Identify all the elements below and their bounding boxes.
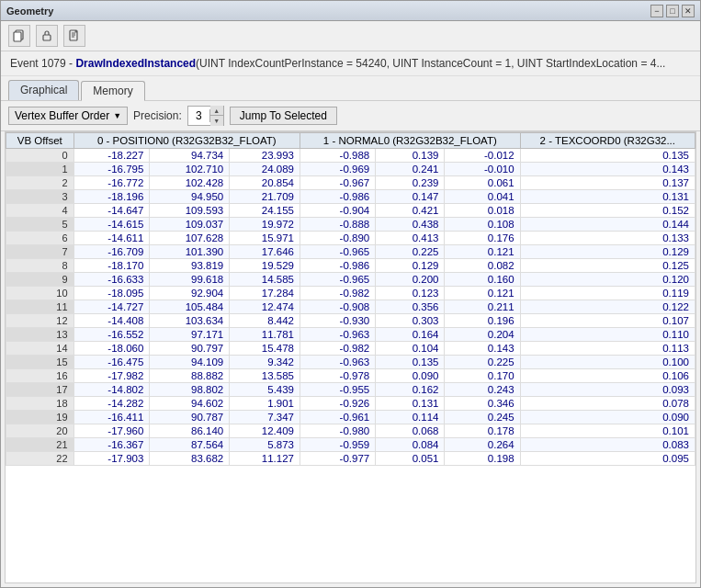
close-button[interactable]: ✕ <box>682 5 695 17</box>
cell-value: 0.090 <box>376 369 445 383</box>
row-index: 13 <box>6 328 74 342</box>
cell-value: 20.854 <box>230 176 300 190</box>
cell-value: 0.176 <box>445 232 520 245</box>
table-row[interactable]: 15-16.47594.1099.342-0.9630.1350.2250.10… <box>6 356 695 369</box>
table-row[interactable]: 19-16.41190.7877.347-0.9610.1140.2450.09… <box>6 411 695 424</box>
cell-value: -17.903 <box>73 452 150 466</box>
table-row[interactable]: 21-16.36787.5645.873-0.9590.0840.2640.08… <box>6 438 695 452</box>
table-row[interactable]: 12-14.408103.6348.442-0.9300.3030.1960.1… <box>6 314 695 328</box>
row-index: 7 <box>6 245 74 259</box>
row-index: 11 <box>6 300 74 314</box>
cell-value: 19.529 <box>230 259 300 273</box>
cell-value: 0.162 <box>376 383 445 397</box>
cell-value: 97.171 <box>150 328 230 342</box>
cell-value: -18.170 <box>73 259 150 273</box>
table-row[interactable]: 22-17.90383.68211.127-0.9770.0510.1980.0… <box>6 452 695 466</box>
cell-value: 0.225 <box>376 245 445 259</box>
cell-value: 0.137 <box>520 176 695 190</box>
row-index: 2 <box>6 176 74 190</box>
table-row[interactable]: 10-18.09592.90417.284-0.9820.1230.1210.1… <box>6 287 695 300</box>
row-index: 16 <box>6 369 74 383</box>
vertex-buffer-order-dropdown[interactable]: Vertex Buffer Order ▼ <box>8 107 128 125</box>
cell-value: 0.119 <box>520 287 695 300</box>
table-row[interactable]: 1-16.795102.71024.089-0.9690.241-0.0100.… <box>6 163 695 176</box>
doc-icon-button[interactable] <box>63 25 85 47</box>
row-index: 10 <box>6 287 74 300</box>
row-index: 14 <box>6 342 74 356</box>
cell-value: 0.095 <box>520 452 695 466</box>
spin-down-button[interactable]: ▼ <box>210 116 223 126</box>
cell-value: 0.101 <box>520 424 695 438</box>
cell-value: 0.303 <box>376 314 445 328</box>
dropdown-label: Vertex Buffer Order <box>15 109 109 122</box>
cell-value: 15.478 <box>230 342 300 356</box>
cell-value: 0.144 <box>520 218 695 232</box>
tab-graphical[interactable]: Graphical <box>8 80 79 100</box>
table-row[interactable]: 5-14.615109.03719.972-0.8880.4380.1080.1… <box>6 218 695 232</box>
cell-value: 0.147 <box>376 190 445 204</box>
cell-value: 88.882 <box>150 369 230 383</box>
cell-value: 13.585 <box>230 369 300 383</box>
cell-value: 0.225 <box>445 356 520 369</box>
table-row[interactable]: 7-16.709101.39017.646-0.9650.2250.1210.1… <box>6 245 695 259</box>
cell-value: 17.284 <box>230 287 300 300</box>
cell-value: 0.143 <box>445 342 520 356</box>
vertex-data-table: VB Offset 0 - POSITION0 (R32G32B32_FLOAT… <box>6 132 695 466</box>
cell-value: 0.120 <box>520 273 695 287</box>
lock-icon-button[interactable] <box>36 25 58 47</box>
svg-rect-2 <box>43 35 51 40</box>
cell-value: -0.012 <box>445 149 520 163</box>
table-row[interactable]: 14-18.06090.79715.478-0.9820.1040.1430.1… <box>6 342 695 356</box>
row-index: 6 <box>6 232 74 245</box>
cell-value: 0.133 <box>520 232 695 245</box>
table-row[interactable]: 16-17.98288.88213.585-0.9780.0900.1700.1… <box>6 369 695 383</box>
cell-value: 0.061 <box>445 176 520 190</box>
table-row[interactable]: 9-16.63399.61814.585-0.9650.2000.1600.12… <box>6 273 695 287</box>
table-row[interactable]: 6-14.611107.62815.971-0.8900.4130.1760.1… <box>6 232 695 245</box>
row-index: 20 <box>6 424 74 438</box>
table-row[interactable]: 2-16.772102.42820.854-0.9670.2390.0610.1… <box>6 176 695 190</box>
window-title: Geometry <box>6 6 53 17</box>
table-row[interactable]: 17-14.80298.8025.439-0.9550.1620.2430.09… <box>6 383 695 397</box>
row-index: 3 <box>6 190 74 204</box>
cell-value: 0.084 <box>376 438 445 452</box>
cell-value: 21.709 <box>230 190 300 204</box>
table-row[interactable]: 13-16.55297.17111.781-0.9630.1640.2040.1… <box>6 328 695 342</box>
row-index: 5 <box>6 218 74 232</box>
cell-value: 12.474 <box>230 300 300 314</box>
cell-value: -17.982 <box>73 369 150 383</box>
cell-value: -0.955 <box>300 383 376 397</box>
cell-value: -0.982 <box>300 342 376 356</box>
table-row[interactable]: 0-18.22794.73423.993-0.9880.139-0.0120.1… <box>6 149 695 163</box>
cell-value: -16.475 <box>73 356 150 369</box>
table-row[interactable]: 18-14.28294.6021.901-0.9260.1310.3460.07… <box>6 397 695 411</box>
cell-value: -0.978 <box>300 369 376 383</box>
table-row[interactable]: 11-14.727105.48412.474-0.9080.3560.2110.… <box>6 300 695 314</box>
cell-value: 0.131 <box>376 397 445 411</box>
spin-buttons: ▲ ▼ <box>210 106 223 126</box>
cell-value: 11.781 <box>230 328 300 342</box>
table-row[interactable]: 3-18.19694.95021.709-0.9860.1470.0410.13… <box>6 190 695 204</box>
cell-value: -16.633 <box>73 273 150 287</box>
minimize-button[interactable]: − <box>650 5 663 17</box>
maximize-button[interactable]: □ <box>666 5 679 17</box>
cell-value: 86.140 <box>150 424 230 438</box>
copy-icon <box>13 29 26 42</box>
data-table-container[interactable]: VB Offset 0 - POSITION0 (R32G32B32_FLOAT… <box>5 131 696 583</box>
row-index: 4 <box>6 204 74 218</box>
table-row[interactable]: 4-14.647109.59324.155-0.9040.4210.0180.1… <box>6 204 695 218</box>
cell-value: -17.960 <box>73 424 150 438</box>
table-row[interactable]: 20-17.96086.14012.409-0.9800.0680.1780.1… <box>6 424 695 438</box>
cell-value: -18.060 <box>73 342 150 356</box>
copy-icon-button[interactable] <box>8 25 30 47</box>
lock-icon <box>40 29 53 42</box>
tab-memory[interactable]: Memory <box>81 81 144 101</box>
jump-to-selected-button[interactable]: Jump To Selected <box>230 107 337 125</box>
table-row[interactable]: 8-18.17093.81919.529-0.9860.1290.0820.12… <box>6 259 695 273</box>
cell-value: 0.110 <box>520 328 695 342</box>
precision-spinner[interactable]: 3 ▲ ▼ <box>187 106 224 126</box>
svg-rect-1 <box>14 32 21 41</box>
cell-value: 0.239 <box>376 176 445 190</box>
spin-up-button[interactable]: ▲ <box>210 106 223 116</box>
cell-value: 0.114 <box>376 411 445 424</box>
